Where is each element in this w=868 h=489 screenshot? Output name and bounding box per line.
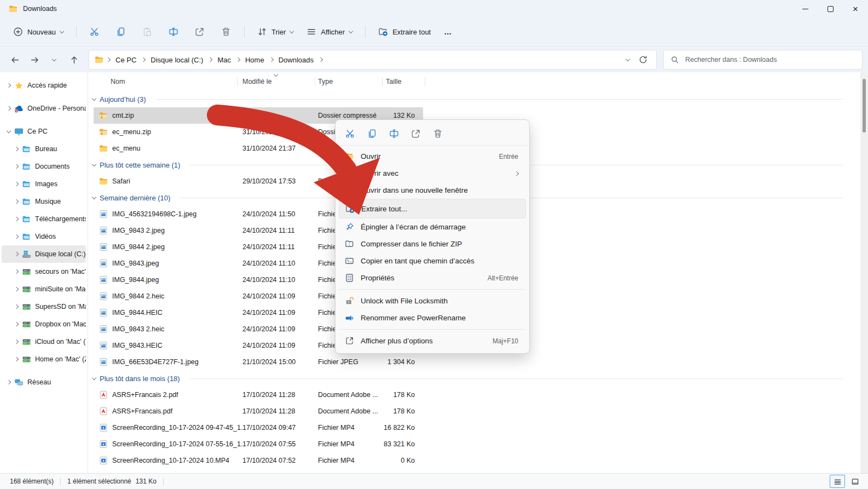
group-header-aujourd-hui-3[interactable]: Aujourd’hui (3) <box>88 91 868 107</box>
rename-button[interactable] <box>163 22 184 42</box>
chevron-right-icon[interactable] <box>7 83 11 88</box>
forward-button[interactable] <box>25 51 44 68</box>
extract-all-button[interactable]: Extraire tout <box>373 23 436 41</box>
sort-button[interactable]: Trier <box>252 23 299 41</box>
copy-button[interactable] <box>110 22 132 42</box>
sidebar-item-acc-s-rapide[interactable]: Accès rapide <box>2 77 86 94</box>
column-header-modifi-le[interactable]: Modifié le <box>242 78 318 85</box>
menu-item-afficher-plus-d-options[interactable]: Afficher plus d’optionsMaj+F10 <box>339 332 526 349</box>
menu-item-extraire-tout[interactable]: Extraire tout... <box>339 199 526 218</box>
large-icons-view-toggle[interactable] <box>847 475 863 488</box>
sidebar-item-onedrive-personal[interactable]: OneDrive - Personal <box>2 100 86 117</box>
menu-item-propri-t-s[interactable]: PropriétésAlt+Entrée <box>339 269 526 286</box>
sidebar-item-icloud-on-mac-y[interactable]: iCloud on 'Mac' (Y <box>2 333 86 350</box>
sidebar-item-home-on-mac-z[interactable]: Home on 'Mac' (Z: <box>2 350 86 368</box>
recent-locations-button[interactable] <box>45 51 63 68</box>
menu-item-pingler-l-cran-de-d-marrage[interactable]: Épingler à l’écran de démarrage <box>339 218 526 235</box>
menu-item-unlock-with-file-locksmith[interactable]: Unlock with File Locksmith <box>339 292 526 309</box>
search-box[interactable] <box>663 50 863 70</box>
sidebar-item-documents[interactable]: Documents <box>2 158 86 175</box>
sidebar-item-r-seau[interactable]: Réseau <box>2 373 86 391</box>
sidebar-item-t-l-chargements[interactable]: Téléchargements <box>2 210 86 228</box>
quick-rename-button[interactable] <box>389 129 399 139</box>
chevron-right-icon[interactable] <box>14 164 19 169</box>
menu-item-ouvrir[interactable]: OuvrirEntrée <box>339 148 526 165</box>
menu-item-compresser-dans-le-fichier-zip[interactable]: Compresser dans le fichier ZIP <box>339 235 526 252</box>
sidebar-item-musique[interactable]: Musique <box>2 193 86 210</box>
sidebar-item-vid-os[interactable]: Vidéos <box>2 228 86 245</box>
sidebar-item-superssd-on-mac[interactable]: SupersSD on 'Mac' <box>2 298 86 315</box>
chevron-right-icon[interactable] <box>14 322 19 326</box>
details-view-toggle[interactable] <box>830 475 845 488</box>
sidebar-item-minisuite-on-mac[interactable]: miniSuite on 'Mac <box>2 280 86 298</box>
menu-item-ouvrir-avec[interactable]: Ouvrir avec <box>339 165 526 182</box>
group-header-plus-t-t-dans-le-mois-18[interactable]: Plus tôt dans le mois (18) <box>88 370 868 387</box>
file-row-asrs-francais-2-pdf[interactable]: ASRS+Francais 2.pdf17/10/2024 11:28Docum… <box>94 387 423 403</box>
menu-item-renommer-avec-powerrename[interactable]: Renommer avec PowerRename <box>339 309 526 326</box>
minimize-button[interactable] <box>792 0 818 18</box>
share-button[interactable] <box>189 22 211 42</box>
quick-share-button[interactable] <box>411 129 421 139</box>
chevron-down-icon <box>52 56 56 61</box>
column-separator[interactable] <box>315 77 315 86</box>
chevron-right-icon[interactable] <box>14 287 19 291</box>
chevron-right-icon[interactable] <box>7 380 11 384</box>
chevron-right-icon[interactable] <box>14 199 19 204</box>
quick-cut-button[interactable] <box>345 129 355 139</box>
chevron-right-icon[interactable] <box>14 304 19 309</box>
menu-item-copier-en-tant-que-chemin-d-acc-s[interactable]: Copier en tant que chemin d’accès <box>339 252 526 269</box>
column-header-type[interactable]: Type <box>318 78 382 85</box>
breadcrumb-item-mac[interactable]: Mac <box>215 54 233 66</box>
refresh-button[interactable] <box>635 52 651 67</box>
file-row-screenrecording-10-17-2024-09-47-45-1[interactable]: ScreenRecording_10-17-2024 09-47-45_1...… <box>94 419 423 436</box>
chevron-right-icon[interactable] <box>14 217 19 221</box>
sidebar-item-images[interactable]: Images <box>2 175 86 193</box>
up-button[interactable] <box>65 51 83 68</box>
column-separator[interactable] <box>425 77 425 86</box>
sidebar-item-secours-on-mac[interactable]: secours on 'Mac' ( <box>2 263 86 280</box>
breadcrumb-item-downloads[interactable]: Downloads <box>276 54 316 66</box>
sidebar-item-disque-local-c[interactable]: Disque local (C:) <box>2 245 86 263</box>
file-row-img-66e53d4e727f-1-jpeg[interactable]: IMG_66E53D4E727F-1.jpeg21/10/2024 15:00F… <box>94 354 423 370</box>
breadcrumb-item-ce-pc[interactable]: Ce PC <box>113 54 138 66</box>
file-row-screenrecording-10-17-2024-10-mp4[interactable]: ScreenRecording_10-17-2024 10.MP417/10/2… <box>94 452 423 469</box>
chevron-down-icon[interactable] <box>7 128 11 133</box>
file-name-cell: IMG_66E53D4E727F-1.jpeg <box>99 358 242 366</box>
chevron-right-icon[interactable] <box>14 357 19 361</box>
back-button[interactable] <box>5 51 24 68</box>
drive-net-icon <box>22 285 31 294</box>
maximize-button[interactable] <box>818 0 843 18</box>
breadcrumb-item-home[interactable]: Home <box>243 54 267 66</box>
more-button[interactable]: … <box>438 24 458 40</box>
file-row-screenrecording-10-17-2024-07-55-16-1[interactable]: ScreenRecording_10-17-2024 07-55-16_1...… <box>94 436 423 452</box>
address-dropdown-button[interactable] <box>620 52 635 67</box>
chevron-right-icon[interactable] <box>7 106 11 111</box>
cut-button[interactable] <box>84 22 106 42</box>
file-row-asrs-francais-pdf[interactable]: ASRS+Francais.pdf17/10/2024 11:28Documen… <box>94 403 423 419</box>
quick-copy-button[interactable] <box>367 129 377 139</box>
chevron-right-icon[interactable] <box>14 252 19 256</box>
chevron-right-icon[interactable] <box>14 234 19 239</box>
search-input[interactable] <box>684 55 855 64</box>
chevron-right-icon[interactable] <box>14 340 19 344</box>
delete-button[interactable] <box>215 22 237 42</box>
vertical-scrollbar[interactable] <box>860 72 868 474</box>
menu-item-ouvrir-dans-une-nouvelle-fen-tre[interactable]: Ouvrir dans une nouvelle fenêtre <box>339 182 526 199</box>
column-separator[interactable] <box>237 77 238 86</box>
column-header-nom[interactable]: Nom <box>99 78 242 85</box>
column-separator[interactable] <box>382 77 383 86</box>
sidebar-item-dropbox-on-mac[interactable]: Dropbox on 'Mac' <box>2 315 86 333</box>
column-header-taille[interactable]: Taille <box>382 78 426 85</box>
breadcrumb-item-disque-local-c[interactable]: Disque local (C:) <box>148 54 205 66</box>
chevron-right-icon[interactable] <box>14 182 19 186</box>
close-button[interactable]: × <box>843 0 868 18</box>
sidebar-item-bureau[interactable]: Bureau <box>2 140 86 158</box>
chevron-right-icon[interactable] <box>14 269 19 274</box>
scrollbar-thumb[interactable] <box>863 79 866 133</box>
chevron-right-icon[interactable] <box>14 147 19 151</box>
view-button[interactable]: Afficher <box>301 23 358 41</box>
sidebar-item-ce-pc[interactable]: Ce PC <box>2 123 86 140</box>
breadcrumb[interactable]: Ce PCDisque local (C:)MacHomeDownloads <box>89 50 657 70</box>
quick-delete-button[interactable] <box>433 129 443 139</box>
new-button[interactable]: Nouveau <box>8 23 69 41</box>
